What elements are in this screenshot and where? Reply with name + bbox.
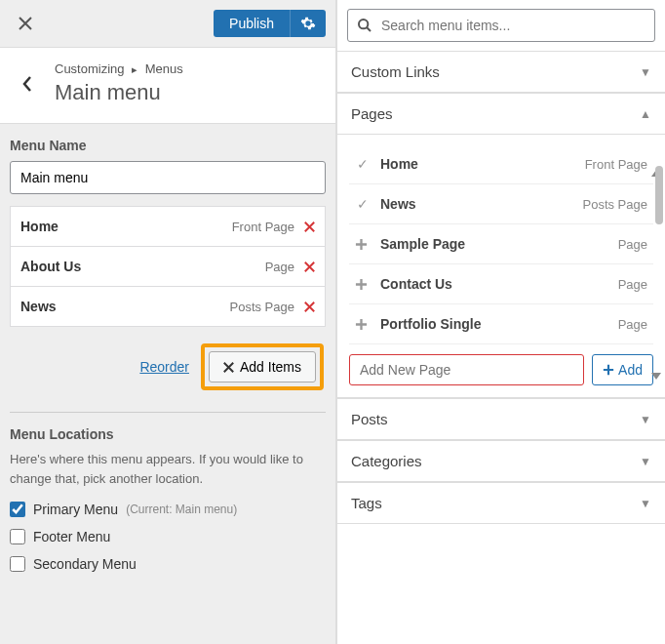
chevron-down-icon: ▼ <box>640 455 651 468</box>
scroll-down-icon[interactable] <box>651 373 661 380</box>
location-checkbox[interactable] <box>10 502 25 517</box>
page-list[interactable]: ✓Home Front Page ✓News Posts Page Sample… <box>349 144 653 344</box>
tutorial-highlight: Add Items <box>201 343 324 390</box>
menu-item[interactable]: Home Front Page <box>10 206 326 247</box>
chevron-down-icon: ▼ <box>640 413 651 426</box>
menu-item-type: Front Page <box>232 220 294 234</box>
reorder-link[interactable]: Reorder <box>139 359 189 375</box>
chevron-left-icon <box>21 75 33 93</box>
scrollbar-thumb[interactable] <box>655 166 663 224</box>
close-icon <box>304 221 315 232</box>
page-title: Main menu <box>55 80 183 105</box>
chevron-down-icon: ▼ <box>640 497 651 510</box>
svg-line-1 <box>367 27 371 31</box>
page-type: Page <box>618 237 647 252</box>
remove-item-button[interactable] <box>304 221 315 232</box>
close-icon <box>19 17 32 30</box>
accordion-title: Tags <box>351 495 382 511</box>
page-title: Contact Us <box>380 276 452 292</box>
back-button[interactable] <box>12 75 43 93</box>
remove-item-button[interactable] <box>304 262 315 272</box>
menu-item-type: Posts Page <box>230 300 295 314</box>
location-option[interactable]: Footer Menu <box>10 529 326 544</box>
search-icon <box>357 18 372 33</box>
add-items-label: Add Items <box>240 359 301 375</box>
divider <box>10 412 326 413</box>
accordion-header-tags[interactable]: Tags ▼ <box>337 483 665 524</box>
location-label: Primary Menu <box>33 502 118 517</box>
publish-settings-button[interactable] <box>290 10 326 37</box>
search-menu-items-input[interactable] <box>347 9 655 42</box>
page-item[interactable]: Sample Page Page <box>349 224 653 264</box>
plus-icon <box>355 318 371 331</box>
remove-item-button[interactable] <box>304 302 315 312</box>
accordion-header-categories[interactable]: Categories ▼ <box>337 441 665 482</box>
add-new-page-input[interactable] <box>349 354 584 385</box>
accordion-header-posts[interactable]: Posts ▼ <box>337 399 665 440</box>
accordion-header-custom-links[interactable]: Custom Links ▼ <box>337 52 665 93</box>
available-items-panel: Custom Links ▼ Pages ▲ ✓Home Front Page … <box>336 0 665 644</box>
plus-icon <box>355 278 371 291</box>
chevron-down-icon: ▼ <box>640 65 651 79</box>
top-bar: Publish <box>0 0 335 48</box>
menu-item-label: About Us <box>20 259 81 274</box>
menu-name-label: Menu Name <box>10 138 326 153</box>
menu-item[interactable]: News Posts Page <box>10 286 326 327</box>
close-customizer-button[interactable] <box>10 8 41 39</box>
breadcrumb: Customizing ▸ Menus <box>55 61 183 76</box>
plus-icon <box>355 238 371 251</box>
check-icon: ✓ <box>355 156 371 172</box>
menu-item[interactable]: About Us Page <box>10 246 326 287</box>
add-items-button[interactable]: Add Items <box>209 351 316 382</box>
chevron-up-icon: ▲ <box>640 107 651 121</box>
location-label: Secondary Menu <box>33 556 137 572</box>
add-new-page-button[interactable]: Add <box>592 354 653 385</box>
svg-point-0 <box>359 20 368 28</box>
locations-description: Here's where this menu appears. If you w… <box>10 450 326 488</box>
publish-button[interactable]: Publish <box>214 10 290 37</box>
page-item[interactable]: Contact Us Page <box>349 264 653 304</box>
breadcrumb-separator-icon: ▸ <box>132 63 137 75</box>
location-label: Footer Menu <box>33 529 110 544</box>
accordion-pages: Pages ▲ ✓Home Front Page ✓News Posts Pag… <box>337 93 665 398</box>
page-item[interactable]: ✓News Posts Page <box>349 184 653 224</box>
publish-group: Publish <box>214 10 326 37</box>
check-icon: ✓ <box>355 196 371 212</box>
page-type: Page <box>618 277 647 292</box>
menu-item-label: News <box>20 299 57 314</box>
locations-heading: Menu Locations <box>10 426 326 442</box>
breadcrumb-prefix: Customizing <box>55 61 125 76</box>
breadcrumb-row: Customizing ▸ Menus Main menu <box>0 48 335 124</box>
menu-items-list: Home Front Page About Us Page News Posts… <box>10 206 326 327</box>
breadcrumb-texts: Customizing ▸ Menus Main menu <box>55 61 183 105</box>
close-icon <box>304 302 315 312</box>
menu-editor: Menu Name Home Front Page About Us Page … <box>0 124 335 597</box>
location-checkbox[interactable] <box>10 556 25 572</box>
add-button-label: Add <box>618 362 643 378</box>
accordion-categories: Categories ▼ <box>337 440 665 482</box>
page-title: Portfolio Single <box>380 316 481 332</box>
menu-item-label: Home <box>20 219 59 234</box>
page-item[interactable]: ✓Home Front Page <box>349 144 653 184</box>
accordion-title: Custom Links <box>351 63 440 80</box>
accordion-title: Posts <box>351 411 388 427</box>
menu-item-type: Page <box>265 260 294 274</box>
accordion-header-pages[interactable]: Pages ▲ <box>337 94 665 135</box>
page-title: News <box>380 196 416 212</box>
customizer-panel: Publish Customizing ▸ Menus Main menu Me… <box>0 0 336 644</box>
search-wrap <box>337 0 665 51</box>
close-icon <box>304 262 315 272</box>
add-new-page-row: Add <box>349 354 653 385</box>
page-type: Posts Page <box>583 197 648 212</box>
location-option[interactable]: Primary Menu (Current: Main menu) <box>10 502 326 517</box>
pages-body: ✓Home Front Page ✓News Posts Page Sample… <box>337 135 665 398</box>
plus-icon <box>603 364 614 376</box>
reorder-row: Reorder Add Items <box>10 343 326 390</box>
page-title: Sample Page <box>380 236 465 252</box>
accordion-posts: Posts ▼ <box>337 398 665 440</box>
location-checkbox[interactable] <box>10 529 25 544</box>
location-option[interactable]: Secondary Menu <box>10 556 326 572</box>
location-sublabel: (Current: Main menu) <box>126 503 237 516</box>
menu-name-input[interactable] <box>10 161 326 194</box>
page-item[interactable]: Portfolio Single Page <box>349 304 653 344</box>
